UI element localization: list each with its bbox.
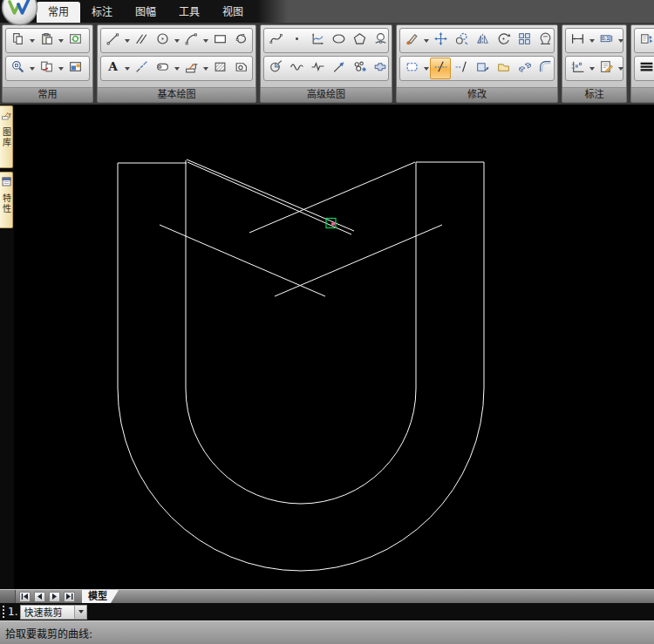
dropdown-arrow[interactable] <box>173 58 181 79</box>
layer-lines-button[interactable] <box>636 58 654 79</box>
dropdown-arrow[interactable] <box>617 58 624 79</box>
paste-button[interactable] <box>36 30 57 51</box>
point-button[interactable] <box>286 30 307 51</box>
pan-view-button[interactable] <box>36 58 57 79</box>
trim-button[interactable] <box>430 58 451 79</box>
drawing-arc[interactable] <box>118 388 484 571</box>
circle-button[interactable] <box>152 30 173 51</box>
side-tab-1[interactable]: 特性 <box>0 172 13 228</box>
refresh-button[interactable] <box>65 30 85 51</box>
sheet-last-button[interactable] <box>64 592 75 602</box>
side-tab-0[interactable]: 图库 <box>0 105 13 168</box>
wave-line-button[interactable] <box>286 58 307 79</box>
section-button[interactable] <box>230 58 251 79</box>
refresh-icon <box>68 31 83 50</box>
polygon-button[interactable] <box>349 30 370 51</box>
extend-button[interactable] <box>451 58 472 79</box>
array-button[interactable] <box>514 30 535 51</box>
copy-object-button[interactable] <box>451 30 472 51</box>
dim-tolerance-button[interactable]: 0.1 <box>596 30 617 51</box>
ribbon-button-strip: 0.1 <box>565 28 623 53</box>
doc-exchange-button[interactable] <box>636 30 654 51</box>
ellipse-button[interactable] <box>328 30 349 51</box>
dropdown-arrow[interactable] <box>57 58 65 79</box>
drawing-canvas[interactable] <box>14 105 654 589</box>
move-button[interactable] <box>430 30 451 51</box>
line-button[interactable] <box>102 30 123 51</box>
dropdown-arrow[interactable] <box>123 58 131 79</box>
leader-icon <box>184 59 199 78</box>
drawing-line[interactable] <box>187 159 354 231</box>
fillet-button[interactable] <box>535 58 555 79</box>
break-button[interactable] <box>493 58 514 79</box>
local-enlarge-button[interactable] <box>265 58 286 79</box>
formula-curve-button[interactable] <box>307 30 328 51</box>
dim-edit-icon <box>599 59 614 78</box>
display-settings-button[interactable] <box>65 58 85 79</box>
first-sheet-icon <box>21 593 29 600</box>
drawing-arc[interactable] <box>186 389 416 504</box>
pull-button[interactable] <box>472 58 493 79</box>
dropdown-arrow[interactable] <box>57 30 65 51</box>
text-button[interactable]: A <box>102 58 123 79</box>
spline-button[interactable] <box>265 30 286 51</box>
titlebar-tab-1[interactable]: 标注 <box>80 2 124 23</box>
dim-coordinate-button[interactable] <box>567 58 588 79</box>
dim-edit-button[interactable] <box>596 58 617 79</box>
shaft-button[interactable] <box>370 58 391 79</box>
model-sheet-tab[interactable]: 模型 <box>82 590 119 603</box>
mirror-icon <box>475 31 490 50</box>
leader-button[interactable] <box>181 58 201 79</box>
sheet-next-button[interactable] <box>49 592 60 602</box>
titlebar-tab-3[interactable]: 工具 <box>167 2 211 23</box>
dropdown-arrow[interactable] <box>588 58 596 79</box>
zoom-dynamic-button[interactable] <box>7 58 28 79</box>
copy-button[interactable] <box>7 30 28 51</box>
titlebar-tab-0[interactable]: 常用 <box>37 2 80 23</box>
arc-button[interactable] <box>181 30 201 51</box>
wipeout-button[interactable] <box>152 58 173 79</box>
dropdown-arrow[interactable] <box>28 58 36 79</box>
ribbon-group-label: 常用 <box>3 87 92 102</box>
centerline-button[interactable] <box>131 58 152 79</box>
contour-button[interactable] <box>370 30 391 51</box>
pull-icon <box>475 59 490 78</box>
app-logo-button[interactable] <box>1 0 38 26</box>
dropdown-arrow[interactable] <box>201 58 209 79</box>
mirror-button[interactable] <box>472 30 493 51</box>
dropdown-arrow[interactable] <box>28 30 36 51</box>
titlebar-tab-4[interactable]: 视图 <box>211 2 255 23</box>
gear-icon <box>352 59 367 78</box>
zoom-dynamic-icon <box>10 59 25 78</box>
dropdown-arrow[interactable] <box>123 30 131 51</box>
rotate-button[interactable] <box>493 30 514 51</box>
dropdown-arrow[interactable] <box>422 58 430 79</box>
command-combobox[interactable]: 快速裁剪 <box>20 605 87 620</box>
dropdown-arrow[interactable] <box>201 30 209 51</box>
command-dropdown-button[interactable] <box>74 606 86 619</box>
hatch-button[interactable] <box>209 58 230 79</box>
dropdown-arrow[interactable] <box>588 30 596 51</box>
dropdown-arrow[interactable] <box>617 30 624 51</box>
gear-button[interactable] <box>349 58 370 79</box>
dropdown-arrow[interactable] <box>422 30 430 51</box>
dim-linear-button[interactable] <box>567 30 588 51</box>
break-line-button[interactable] <box>307 58 328 79</box>
sheet-prev-button[interactable] <box>34 592 45 602</box>
parallel-line-button[interactable] <box>131 30 152 51</box>
dropdown-arrow[interactable] <box>173 30 181 51</box>
snap-marker <box>331 223 335 226</box>
erase-button[interactable] <box>401 30 422 51</box>
titlebar-tab-2[interactable]: 图幅 <box>124 2 167 23</box>
arrow-button[interactable] <box>328 58 349 79</box>
drawing-line[interactable] <box>275 225 442 296</box>
parallel-line-icon <box>134 31 149 50</box>
command-bar-grip[interactable] <box>3 606 4 618</box>
drawing-line[interactable] <box>187 162 351 234</box>
closed-spline-button[interactable] <box>230 30 251 51</box>
explode-button[interactable] <box>514 58 535 79</box>
rectangle-button[interactable] <box>209 30 230 51</box>
stretch-button[interactable] <box>401 58 422 79</box>
scale-button[interactable] <box>535 30 555 51</box>
sheet-first-button[interactable] <box>19 592 31 602</box>
